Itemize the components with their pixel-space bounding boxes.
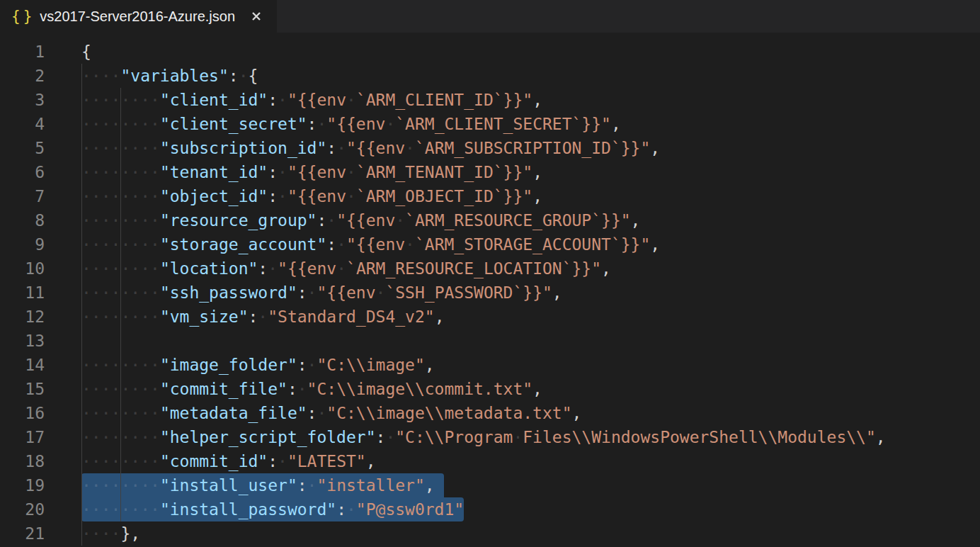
code-line[interactable]: 12········"vm_size":·"Standard_DS4_v2", bbox=[0, 305, 980, 329]
close-tab-icon[interactable] bbox=[247, 7, 266, 26]
line-number[interactable]: 18 bbox=[0, 449, 45, 473]
code-line[interactable]: 20········"install_password":·"P@ssw0rd1… bbox=[0, 497, 980, 521]
code-line[interactable]: 9········"storage_account":·"{{env·`ARM_… bbox=[0, 232, 980, 256]
line-number[interactable]: 21 bbox=[0, 521, 45, 546]
line-number[interactable]: 4 bbox=[0, 112, 45, 136]
line-content: ········"image_folder":·"C:\\image", bbox=[81, 353, 980, 377]
line-content: ········"resource_group":·"{{env·`ARM_RE… bbox=[81, 208, 980, 232]
code-line[interactable]: 18········"commit_id":·"LATEST", bbox=[0, 449, 980, 473]
line-number[interactable]: 10 bbox=[0, 256, 45, 281]
line-content: ····}, bbox=[81, 521, 980, 546]
code-line[interactable]: 15········"commit_file":·"C:\\image\\com… bbox=[0, 377, 980, 401]
line-content: ········"client_id":·"{{env·`ARM_CLIENT_… bbox=[81, 88, 980, 112]
line-number[interactable]: 13 bbox=[0, 329, 45, 353]
line-content: ········"subscription_id":·"{{env·`ARM_S… bbox=[81, 136, 980, 160]
line-content bbox=[81, 329, 980, 353]
line-number[interactable]: 7 bbox=[0, 184, 45, 208]
line-content: { bbox=[81, 40, 980, 64]
line-content: ········"commit_id":·"LATEST", bbox=[81, 449, 980, 473]
line-content: ········"vm_size":·"Standard_DS4_v2", bbox=[81, 305, 980, 329]
tab-bar: {} vs2017-Server2016-Azure.json bbox=[0, 0, 980, 33]
line-number[interactable]: 11 bbox=[0, 281, 45, 305]
code-line[interactable]: 13 bbox=[0, 329, 980, 353]
code-line[interactable]: 11········"ssh_password":·"{{env·`SSH_PA… bbox=[0, 281, 980, 305]
line-content: ········"commit_file":·"C:\\image\\commi… bbox=[81, 377, 980, 401]
code-line[interactable]: 7········"object_id":·"{{env·`ARM_OBJECT… bbox=[0, 184, 980, 208]
code-line[interactable]: 21····}, bbox=[0, 521, 980, 546]
line-number[interactable]: 5 bbox=[0, 136, 45, 160]
line-content: ········"storage_account":·"{{env·`ARM_S… bbox=[81, 232, 980, 256]
line-number[interactable]: 17 bbox=[0, 425, 45, 449]
line-number[interactable]: 20 bbox=[0, 497, 45, 521]
line-number[interactable]: 8 bbox=[0, 208, 45, 232]
line-content: ········"install_password":·"P@ssw0rd1" bbox=[81, 497, 980, 521]
line-content: ········"object_id":·"{{env·`ARM_OBJECT_… bbox=[81, 184, 980, 208]
code-line[interactable]: 16········"metadata_file":·"C:\\image\\m… bbox=[0, 401, 980, 425]
indent-guide bbox=[81, 329, 82, 353]
tab-vs2017-server2016-azure[interactable]: {} vs2017-Server2016-Azure.json bbox=[0, 0, 277, 33]
line-number[interactable]: 2 bbox=[0, 64, 45, 88]
line-number[interactable]: 16 bbox=[0, 401, 45, 425]
code-line[interactable]: 2····"variables":·{ bbox=[0, 64, 980, 88]
line-content: ········"ssh_password":·"{{env·`SSH_PASS… bbox=[81, 281, 980, 305]
code-line[interactable]: 3········"client_id":·"{{env·`ARM_CLIENT… bbox=[0, 88, 980, 112]
code-line[interactable]: 10········"location":·"{{env·`ARM_RESOUR… bbox=[0, 256, 980, 281]
indent-guide bbox=[120, 329, 121, 353]
line-number[interactable]: 12 bbox=[0, 305, 45, 329]
code-line[interactable]: 8········"resource_group":·"{{env·`ARM_R… bbox=[0, 208, 980, 232]
code-line[interactable]: 14········"image_folder":·"C:\\image", bbox=[0, 353, 980, 377]
code-line[interactable]: 19········"install_user":·"installer", bbox=[0, 473, 980, 497]
line-content: ········"location":·"{{env·`ARM_RESOURCE… bbox=[81, 256, 980, 281]
tab-title: vs2017-Server2016-Azure.json bbox=[40, 9, 235, 25]
line-number[interactable]: 1 bbox=[0, 40, 45, 64]
line-number[interactable]: 3 bbox=[0, 88, 45, 112]
line-content: ········"tenant_id":·"{{env·`ARM_TENANT_… bbox=[81, 160, 980, 184]
code-line[interactable]: 6········"tenant_id":·"{{env·`ARM_TENANT… bbox=[0, 160, 980, 184]
line-number[interactable]: 6 bbox=[0, 160, 45, 184]
code-area: 1{2····"variables":·{3········"client_id… bbox=[0, 33, 980, 547]
line-number[interactable]: 14 bbox=[0, 353, 45, 377]
line-content: ········"install_user":·"installer", bbox=[81, 473, 980, 497]
line-number[interactable]: 15 bbox=[0, 377, 45, 401]
line-content: ········"metadata_file":·"C:\\image\\met… bbox=[81, 401, 980, 425]
line-number[interactable]: 19 bbox=[0, 473, 45, 497]
line-content: ····"variables":·{ bbox=[81, 64, 980, 88]
code-line[interactable]: 4········"client_secret":·"{{env·`ARM_CL… bbox=[0, 112, 980, 136]
line-content: ········"client_secret":·"{{env·`ARM_CLI… bbox=[81, 112, 980, 136]
code-line[interactable]: 5········"subscription_id":·"{{env·`ARM_… bbox=[0, 136, 980, 160]
code-line[interactable]: 1{ bbox=[0, 40, 980, 64]
code-line[interactable]: 17········"helper_script_folder":·"C:\\P… bbox=[0, 425, 980, 449]
line-number[interactable]: 9 bbox=[0, 232, 45, 256]
json-braces-icon: {} bbox=[11, 8, 35, 25]
line-content: ········"helper_script_folder":·"C:\\Pro… bbox=[81, 425, 980, 449]
